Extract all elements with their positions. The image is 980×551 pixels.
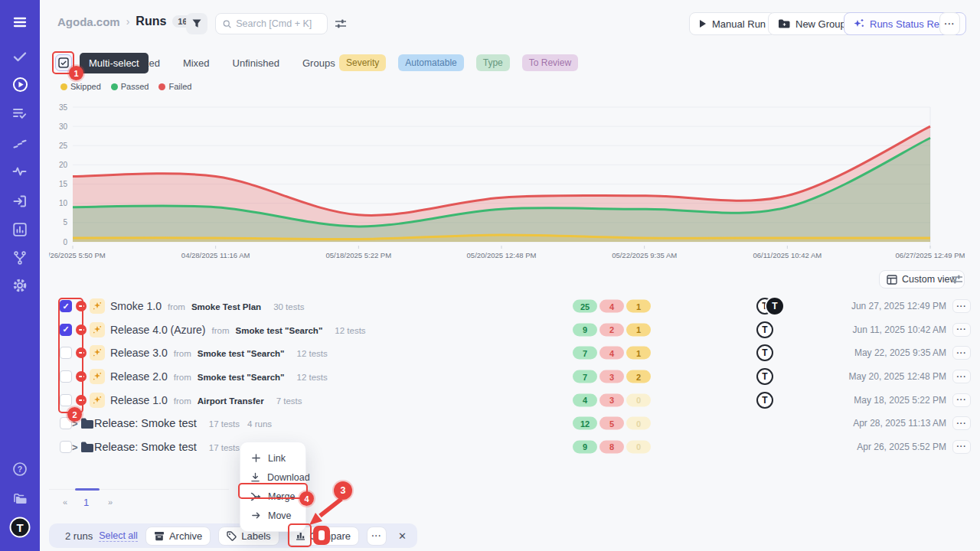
group-row[interactable]: >Release: Smoke test17 tests7 runs980Apr… (58, 435, 971, 459)
row-more-button[interactable]: ··· (952, 299, 971, 313)
tab-mixed[interactable]: Mixed (183, 57, 210, 69)
row-more-button[interactable]: ··· (952, 323, 971, 337)
run-source[interactable]: Smoke test "Search" (198, 349, 285, 358)
run-row[interactable]: ✓Release 4.0 (Azure)fromSmoke test "Sear… (58, 318, 971, 342)
archive-button[interactable]: Archive (145, 527, 211, 546)
run-source[interactable]: Smoke Test Plan (191, 302, 261, 311)
steps-icon[interactable] (11, 134, 29, 152)
failed-status-icon (76, 301, 87, 311)
menu-item-link[interactable]: Link (240, 448, 305, 468)
skipped-badge: 1 (626, 323, 651, 336)
failed-status-icon (76, 324, 87, 335)
row-more-button[interactable]: ··· (952, 393, 971, 407)
passed-badge: 12 (573, 417, 597, 430)
assignee-avatar[interactable]: T (756, 392, 773, 409)
svg-text:5: 5 (63, 218, 67, 227)
run-source[interactable]: Airport Transfer (198, 396, 264, 406)
row-checkbox[interactable] (60, 347, 72, 359)
help-icon[interactable]: ? (11, 460, 29, 478)
context-menu: LinkDownloadMergeMove (240, 442, 306, 532)
passed-badge: 7 (573, 370, 597, 383)
row-checkbox[interactable]: ✓ (60, 324, 72, 336)
table-icon (887, 275, 897, 285)
assignee-avatar[interactable]: T (756, 368, 773, 385)
row-checkbox[interactable] (60, 441, 72, 453)
assignee-avatar[interactable]: T (756, 344, 773, 361)
play-circle-icon[interactable] (11, 75, 29, 93)
group-row[interactable]: >Release: Smoke test17 tests4 runs1250Ap… (58, 412, 971, 435)
filter-tags: SeverityAutomatableTypeTo Review (339, 54, 578, 71)
pagination-prev[interactable]: « (63, 497, 67, 507)
search-box[interactable] (215, 13, 328, 34)
legend-item-failed[interactable]: Failed (158, 82, 191, 91)
analytics-icon[interactable] (11, 220, 29, 239)
pagination-page-1[interactable]: 1 (83, 497, 89, 508)
sidebar: ? T (0, 0, 40, 551)
branches-icon[interactable] (11, 249, 29, 267)
breadcrumb-project[interactable]: Agoda.com (57, 15, 120, 28)
list-settings-icon[interactable] (951, 274, 963, 288)
more-icon: ··· (945, 19, 956, 28)
header-more-button[interactable]: ··· (939, 12, 960, 35)
pagination-next[interactable]: » (108, 497, 113, 507)
menu-item-move[interactable]: Move (240, 506, 305, 525)
manual-run-button[interactable]: Manual Run (689, 12, 776, 35)
tests-count: 30 tests (273, 302, 304, 311)
run-source[interactable]: Smoke test "Search" (198, 373, 285, 382)
row-checkbox[interactable] (60, 370, 72, 383)
run-row[interactable]: Release 2.0fromSmoke test "Search"12 tes… (58, 365, 971, 389)
assignee-avatar[interactable]: T (766, 298, 783, 315)
selection-action-bar: 2 runs Select all Archive Labels Compare… (49, 523, 417, 548)
filter-tag-automatable[interactable]: Automatable (398, 54, 463, 71)
annotation-step-4: 4 (299, 491, 314, 506)
projects-icon[interactable] (11, 490, 29, 508)
row-more-button[interactable]: ··· (952, 346, 971, 360)
tests-count: 17 tests (209, 443, 240, 452)
test-list-icon[interactable] (11, 104, 29, 122)
expand-chevron-icon[interactable]: > (72, 441, 78, 452)
filter-button[interactable] (186, 13, 207, 34)
tab-unfinished[interactable]: Unfinished (233, 57, 279, 69)
tab-groups[interactable]: Groups (302, 57, 335, 69)
import-icon[interactable] (11, 192, 29, 210)
menu-item-merge[interactable]: Merge (240, 487, 305, 506)
row-more-button[interactable]: ··· (952, 370, 971, 383)
row-more-button[interactable]: ··· (952, 416, 971, 430)
failed-status-icon (76, 347, 87, 358)
breadcrumb: Agoda.com › Runs 16 (57, 15, 193, 28)
row-checkbox[interactable] (60, 394, 72, 406)
run-row[interactable]: ✓Smoke 1.0fromSmoke Test Plan30 tests254… (58, 295, 971, 318)
sparkle-icon (90, 322, 105, 337)
filter-tag-type[interactable]: Type (476, 54, 510, 71)
runs-list: ✓Smoke 1.0fromSmoke Test Plan30 tests254… (58, 295, 971, 458)
check-icon[interactable] (11, 47, 29, 66)
assignee-avatar[interactable]: T (756, 321, 773, 338)
select-all-link[interactable]: Select all (99, 530, 138, 542)
failed-badge: 3 (599, 393, 624, 406)
new-group-button[interactable]: New Group (768, 12, 856, 35)
multi-select-checkbox-icon (58, 57, 69, 68)
run-row[interactable]: Release 1.0fromAirport Transfer7 tests43… (58, 388, 971, 412)
row-more-button[interactable]: ··· (952, 440, 971, 454)
run-date: May 22, 2025 9:35 AM (854, 341, 946, 365)
row-checkbox[interactable]: ✓ (60, 300, 72, 312)
run-date: May 18, 2025 5:22 PM (854, 388, 946, 412)
run-row[interactable]: Release 3.0fromSmoke test "Search"12 tes… (58, 341, 971, 365)
legend-item-passed[interactable]: Passed (111, 82, 149, 91)
menu-icon[interactable] (11, 13, 29, 31)
settings-icon[interactable] (11, 276, 29, 295)
filter-tag-to-review[interactable]: To Review (522, 54, 578, 71)
close-selection-icon[interactable]: ✕ (398, 530, 407, 542)
view-settings-icon[interactable] (335, 18, 347, 32)
filter-tag-severity[interactable]: Severity (339, 54, 386, 71)
annotation-step-1: 1 (69, 66, 83, 80)
legend-item-skipped[interactable]: Skipped (60, 82, 101, 91)
search-input[interactable] (236, 18, 320, 29)
bulk-more-button[interactable]: ··· (367, 527, 387, 546)
run-source[interactable]: Smoke test "Search" (236, 326, 323, 335)
user-avatar[interactable]: T (10, 517, 31, 538)
menu-item-download[interactable]: Download (240, 468, 305, 487)
pulse-icon[interactable] (11, 162, 29, 181)
svg-text:04/26/2025 5:50 PM: 04/26/2025 5:50 PM (49, 251, 106, 259)
legend-dot (60, 83, 67, 90)
